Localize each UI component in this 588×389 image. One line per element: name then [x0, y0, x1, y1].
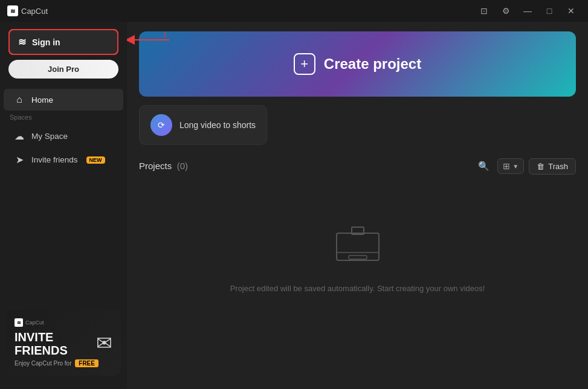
- search-button[interactable]: 🔍: [474, 157, 493, 175]
- minimize-btn[interactable]: —: [518, 2, 537, 19]
- invite-banner-subtitle: Enjoy CapCut Pro for FREE: [15, 359, 112, 367]
- sidebar-item-home[interactable]: ⌂ Home: [4, 89, 123, 111]
- app-layout: ≋ Sign in Join Pro ⌂ Home Spaces ☁ My Sp…: [0, 22, 588, 389]
- main-content: + Create project 1 ⟳ Long video to short…: [127, 22, 588, 389]
- invite-free-badge: FREE: [75, 359, 99, 367]
- sidebar-item-my-space[interactable]: ☁ My Space: [4, 125, 123, 147]
- invite-banner-logo-text: CapCut: [25, 320, 44, 326]
- projects-count: (0): [177, 161, 188, 171]
- projects-title-text: Projects: [139, 161, 172, 171]
- svg-rect-1: [337, 233, 379, 260]
- view-toggle-button[interactable]: ⊞ ▼: [497, 158, 524, 174]
- titlebar: ≋ CapCut ⊡ ⚙ — □ ✕: [0, 0, 588, 22]
- envelope-icon: ✉: [96, 332, 112, 355]
- signin-icon: ≋: [18, 36, 26, 48]
- empty-icon: [328, 221, 388, 272]
- join-pro-label: Join Pro: [48, 65, 79, 74]
- trash-label: Trash: [548, 162, 568, 171]
- settings-btn[interactable]: ⚙: [496, 2, 515, 19]
- empty-state: Project edited will be saved automatical…: [139, 185, 576, 329]
- sidebar-home-label: Home: [31, 95, 53, 104]
- signin-button[interactable]: ≋ Sign in: [8, 29, 118, 55]
- create-project-label: Create project: [324, 56, 421, 72]
- titlebar-left: ≋ CapCut: [7, 5, 48, 16]
- projects-header: Projects (0) 🔍 ⊞ ▼ 🗑 Trash: [139, 157, 576, 175]
- home-icon: ⌂: [13, 94, 25, 105]
- trash-icon: 🗑: [537, 162, 544, 171]
- invite-banner-inner: ≋ CapCut INVITEFRIENDS Enjoy CapCut Pro …: [6, 310, 121, 376]
- join-pro-button[interactable]: Join Pro: [8, 60, 118, 79]
- create-plus-icon: +: [294, 53, 315, 75]
- sidebar-my-space-label: My Space: [31, 132, 68, 141]
- trash-button[interactable]: 🗑 Trash: [529, 158, 576, 175]
- my-space-icon: ☁: [13, 130, 25, 142]
- create-project-banner[interactable]: + Create project: [139, 31, 576, 97]
- sidebar-invite-label: Invite friends: [31, 155, 78, 164]
- long-video-label: Long video to shorts: [179, 120, 256, 130]
- long-video-icon: ⟳: [150, 114, 172, 136]
- view-toggle-chevron: ▼: [512, 163, 519, 170]
- titlebar-controls: ⊡ ⚙ — □ ✕: [474, 2, 581, 19]
- invite-banner-logo: ≋ CapCut: [15, 318, 112, 327]
- view-grid-icon: ⊞: [503, 161, 510, 171]
- invite-banner[interactable]: ≋ CapCut INVITEFRIENDS Enjoy CapCut Pro …: [6, 310, 121, 376]
- long-video-btn[interactable]: ⟳ Long video to shorts: [139, 105, 267, 145]
- maximize-btn[interactable]: □: [540, 2, 559, 19]
- invite-friends-icon: ➤: [13, 154, 25, 166]
- spaces-section-label: Spaces: [0, 111, 127, 124]
- close-btn[interactable]: ✕: [561, 2, 581, 19]
- app-name: CapCut: [21, 7, 48, 16]
- svg-rect-5: [349, 256, 367, 259]
- new-badge: New: [86, 156, 105, 164]
- sidebar-item-invite-friends[interactable]: ➤ Invite friends New: [4, 149, 123, 171]
- app-logo: ≋ CapCut: [7, 5, 48, 16]
- screen-btn[interactable]: ⊡: [474, 2, 494, 19]
- signin-label: Sign in: [32, 37, 60, 47]
- invite-banner-logo-icon: ≋: [15, 318, 23, 327]
- projects-actions: 🔍 ⊞ ▼ 🗑 Trash: [474, 157, 576, 175]
- logo-icon: ≋: [7, 5, 18, 16]
- sidebar: ≋ Sign in Join Pro ⌂ Home Spaces ☁ My Sp…: [0, 22, 127, 389]
- empty-state-text: Project edited will be saved automatical…: [230, 284, 485, 293]
- projects-title: Projects (0): [139, 161, 188, 172]
